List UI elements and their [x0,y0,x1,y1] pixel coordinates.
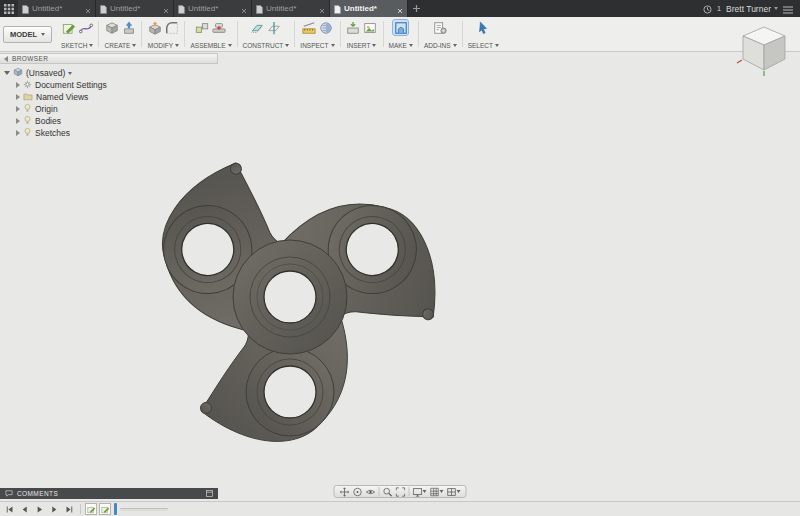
browser-item-sketches[interactable]: Sketches [4,127,218,139]
primitive-box-icon[interactable] [104,20,119,35]
tab-close-icon[interactable] [163,0,169,18]
timeline-track[interactable] [120,508,168,511]
tab-close-icon[interactable] [397,0,403,18]
toolbar-group-dropdown[interactable]: ADD-INS [424,42,457,49]
decal-icon[interactable] [363,20,378,35]
spline-icon[interactable] [78,20,93,35]
display-settings-icon[interactable] [413,487,427,497]
workspace-label: MODEL [10,30,37,39]
new-tab-button[interactable] [408,0,424,17]
browser-item-label: Document Settings [35,80,107,90]
timeline-position-marker[interactable] [114,503,117,515]
toolbar-group-dropdown[interactable]: CREATE [105,42,137,49]
tab-close-icon[interactable] [319,0,325,18]
zoom-icon[interactable] [383,487,393,497]
clock-icon[interactable] [703,0,712,18]
fit-view-icon[interactable] [396,487,406,497]
menu-icon[interactable] [783,0,793,18]
toolbar-group-dropdown[interactable]: SKETCH [61,42,93,49]
lightbulb-icon[interactable] [23,103,32,115]
viewports-icon[interactable] [447,487,461,497]
toolbar-group-dropdown[interactable]: SELECT [468,42,499,49]
press-pull-icon[interactable] [147,20,162,35]
chevron-down-icon[interactable] [68,72,72,75]
expand-icon[interactable] [16,106,20,112]
skip-to-start-icon[interactable] [3,503,16,515]
document-tab[interactable]: Untitled* [252,0,330,17]
navbar-divider [379,487,380,496]
axis-icon[interactable] [267,20,282,35]
toolbar-group-dropdown[interactable]: INSPECT [300,42,334,49]
skip-to-end-icon[interactable] [63,503,76,515]
document-tab-active[interactable]: Untitled* [330,0,408,17]
document-cube-icon [13,67,23,79]
create-sketch-icon[interactable] [61,20,76,35]
timeline-bar [0,501,800,516]
workspace-switcher[interactable]: MODEL [3,26,52,43]
extrude-icon[interactable] [121,20,136,35]
toolbar-group-dropdown[interactable]: MODIFY [148,42,179,49]
model-canvas[interactable]: BROWSER (Unsaved) Document Settings [0,52,800,501]
measure-icon[interactable] [301,20,316,35]
browser-item-bodies[interactable]: Bodies [4,115,218,127]
step-forward-icon[interactable] [48,503,61,515]
offset-plane-icon[interactable] [250,20,265,35]
browser-tree: (Unsaved) Document Settings Named Views [0,64,218,139]
expand-icon[interactable] [16,82,20,88]
comments-bar[interactable]: COMMENTS [0,488,218,499]
browser-panel-header[interactable]: BROWSER [0,53,218,64]
browser-item-document-settings[interactable]: Document Settings [4,79,218,91]
pan-icon[interactable] [340,487,350,497]
app-grid-icon[interactable] [0,0,18,17]
tab-close-icon[interactable] [241,0,247,18]
look-at-icon[interactable] [366,487,376,497]
toolbar-group-dropdown[interactable]: CONSTRUCT [243,42,290,49]
toolbar-group-dropdown[interactable]: INSERT [347,42,377,49]
insert-mesh-icon[interactable] [346,20,361,35]
navbar-divider [409,487,410,496]
select-cursor-icon[interactable] [476,20,491,35]
new-component-icon[interactable] [195,20,210,35]
fillet-icon[interactable] [164,20,179,35]
toolbar-divider [340,21,341,47]
tab-close-icon[interactable] [85,0,91,18]
step-back-icon[interactable] [18,503,31,515]
expand-icon[interactable] [16,94,20,100]
view-cube[interactable] [736,22,792,78]
browser-item-origin[interactable]: Origin [4,103,218,115]
scripts-addins-icon[interactable] [433,20,448,35]
toolbar-divider [383,21,384,47]
3d-print-icon[interactable] [393,20,408,35]
section-analysis-icon[interactable] [318,20,333,35]
lightbulb-icon[interactable] [23,115,32,127]
chevron-down-icon [175,44,179,47]
document-tab[interactable]: Untitled* [174,0,252,17]
chevron-down-icon [132,44,136,47]
chevron-down-icon [409,44,413,47]
titlebar-right: 1 Brett Turner [703,0,800,17]
grid-display-icon[interactable] [430,487,444,497]
lightbulb-icon[interactable] [23,127,32,139]
toolbar-group-dropdown[interactable]: MAKE [389,42,413,49]
joint-icon[interactable] [212,20,227,35]
expand-icon[interactable] [16,118,20,124]
document-tab[interactable]: Untitled* [96,0,174,17]
expand-icon[interactable] [206,490,213,498]
toolbar-group-dropdown[interactable]: ASSEMBLE [190,42,231,49]
collapse-browser-icon[interactable] [4,56,8,62]
expand-collapse-icon[interactable] [4,71,10,75]
user-menu[interactable]: Brett Turner [726,4,778,14]
play-icon[interactable] [33,503,46,515]
fidget-spinner-model[interactable] [136,147,460,441]
document-tab[interactable]: Untitled* [18,0,96,17]
orbit-icon[interactable] [353,487,363,497]
comments-label: COMMENTS [17,490,58,497]
expand-icon[interactable] [16,130,20,136]
sketch-feature-icon[interactable] [99,503,111,515]
browser-root-row[interactable]: (Unsaved) [4,67,218,79]
notification-count: 1 [717,4,721,13]
sketch-feature-icon[interactable] [85,503,97,515]
toolbar-group-construct: CONSTRUCT [239,17,294,51]
gear-icon [23,80,32,91]
browser-item-named-views[interactable]: Named Views [4,91,218,103]
